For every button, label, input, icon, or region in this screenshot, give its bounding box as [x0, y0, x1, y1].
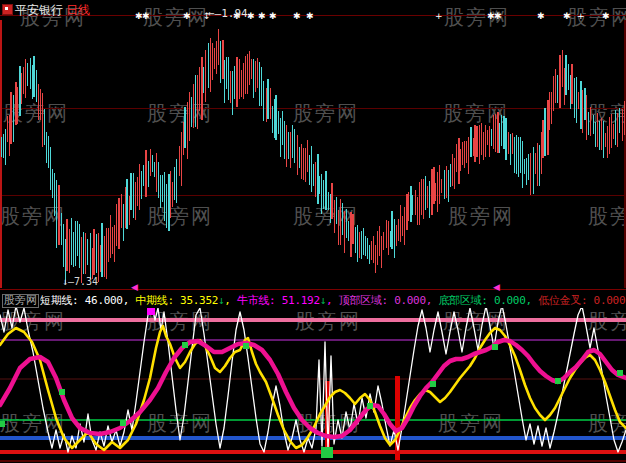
- main-candle-chart[interactable]: [0, 20, 626, 290]
- candle-bar: [104, 236, 105, 277]
- candle-bar: [373, 236, 374, 263]
- candle-bar: [208, 43, 209, 88]
- indicator-field-label: 牛市线:: [237, 294, 282, 307]
- title-bar: 平安银行 日线: [0, 0, 626, 20]
- candle-bar: [530, 153, 531, 195]
- candle-bar: [479, 125, 480, 164]
- candle-bar: [622, 109, 623, 140]
- candle-bar: [390, 231, 391, 247]
- candle-bar: [116, 204, 117, 245]
- candle-bar: [539, 145, 540, 185]
- candle-bar: [336, 197, 337, 224]
- candle-bar: [431, 169, 433, 215]
- candle-bar: [239, 59, 240, 100]
- candle-bar: [73, 232, 74, 267]
- candle-bar: [15, 82, 17, 125]
- high-arrow-icon: ←—: [208, 7, 221, 20]
- indicator-field-value: 0.000: [594, 294, 626, 307]
- candle-bar: [371, 241, 372, 259]
- candle-bar: [44, 109, 45, 145]
- candle-bar: [499, 123, 500, 153]
- candle-bar: [210, 38, 211, 92]
- candle-bar: [615, 110, 616, 145]
- candle-bar: [487, 130, 488, 145]
- high-price-annotation: ←—1.94: [208, 7, 248, 20]
- candle-bar: [549, 92, 550, 131]
- candle-bar: [473, 138, 474, 156]
- candle-bar: [508, 132, 509, 154]
- candle-bar: [483, 132, 484, 160]
- candle-bar: [218, 29, 219, 65]
- indicator-field-value: 0.000: [494, 294, 526, 307]
- candle-bar: [383, 232, 384, 251]
- indicator-header: 短期线: 46.000, 中期线: 35.352↓, 牛市线: 51.192↓,…: [40, 293, 626, 308]
- candle-bar: [85, 233, 86, 274]
- indicator-field-separator: ,: [224, 294, 237, 307]
- candle-bar: [619, 108, 620, 133]
- candle-bar: [205, 50, 206, 102]
- scroll-position-arrow-icon[interactable]: ◀: [131, 283, 138, 292]
- candle-bar: [510, 134, 511, 165]
- candle-bar: [129, 196, 130, 225]
- candle-bar: [168, 174, 170, 231]
- candle-bar: [624, 101, 625, 135]
- candle-bar: [184, 107, 186, 148]
- candle-bar: [603, 121, 604, 158]
- green-cross-marker: [243, 343, 249, 349]
- candle-bar: [547, 100, 549, 155]
- candle-bar: [334, 200, 335, 233]
- candle-bar: [381, 236, 382, 268]
- candle-bar: [361, 231, 362, 259]
- candle-bar: [195, 75, 196, 127]
- candle-bar: [415, 190, 416, 215]
- candle-bar: [338, 210, 339, 245]
- green-cross-marker: [492, 344, 498, 350]
- candle-bar: [193, 84, 194, 128]
- candle-bar: [282, 111, 283, 145]
- candle-bar: [160, 175, 161, 208]
- candle-bar: [582, 90, 583, 132]
- candle-bar: [328, 192, 329, 210]
- candle-bar: [154, 162, 155, 177]
- period-label[interactable]: 日线: [66, 2, 90, 19]
- candle-bar: [286, 125, 287, 167]
- indicator-field-label: 底部区域:: [438, 294, 493, 307]
- candle-bar: [493, 115, 494, 149]
- candle-bar: [5, 129, 6, 164]
- candles-group: [1, 29, 625, 284]
- candle-bar: [13, 95, 14, 142]
- candle-bar: [226, 57, 227, 89]
- green-cross-marker: [430, 381, 436, 387]
- candle-bar: [83, 232, 84, 274]
- slow-line-magenta: [0, 340, 626, 437]
- candle-bar: [599, 121, 600, 150]
- candle-bar: [259, 62, 260, 106]
- candle-bar: [394, 219, 395, 258]
- candle-bar: [311, 146, 312, 192]
- indicator-chart[interactable]: [0, 308, 626, 463]
- candle-bar: [367, 238, 368, 259]
- candle-bar: [288, 132, 289, 159]
- candle-bar: [375, 245, 376, 274]
- candle-bar: [249, 51, 250, 85]
- candle-bar: [299, 147, 300, 168]
- candle-bar: [270, 88, 271, 119]
- candle-bar: [236, 57, 238, 108]
- scroll-position-arrow-icon[interactable]: ◀: [493, 283, 500, 292]
- candle-bar: [27, 63, 28, 86]
- candle-bar: [607, 126, 608, 158]
- candle-bar: [263, 81, 264, 122]
- candle-bar: [135, 182, 136, 220]
- candle-bar: [571, 64, 573, 104]
- candle-bar: [363, 228, 364, 254]
- candle-bar: [187, 102, 188, 159]
- indicator-field-value: 35.352: [180, 294, 218, 307]
- indicator-field-separator: ,: [426, 294, 439, 307]
- candle-bar: [110, 215, 111, 257]
- candle-bar: [609, 117, 610, 153]
- candle-bar: [388, 221, 389, 255]
- candle-bar: [274, 99, 275, 138]
- candle-bar: [533, 147, 534, 193]
- candle-bar: [52, 169, 53, 198]
- candle-bar: [92, 248, 93, 280]
